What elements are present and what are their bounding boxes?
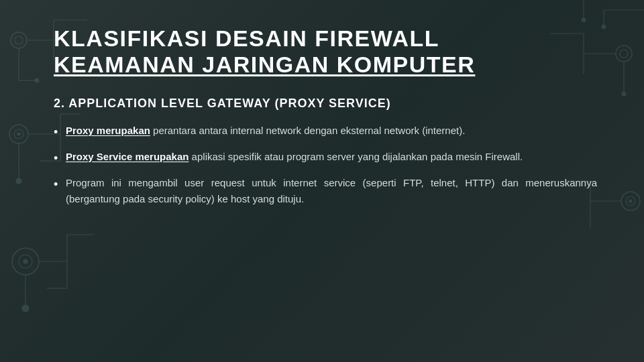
bullet2-text: aplikasi spesifik atau program server ya…: [192, 151, 523, 162]
section-number: 2.: [54, 97, 65, 110]
bullet2-bold: Proxy Service merupakan: [66, 151, 189, 162]
bullet-item-2: Proxy Service merupakan aplikasi spesifi…: [54, 149, 597, 166]
svg-point-21: [23, 259, 28, 263]
bullet-list: Proxy merupakan perantara antara interna…: [54, 123, 597, 208]
main-title: KLASIFIKASI DESAIN FIREWALL KEAMANAN JAR…: [54, 25, 597, 78]
title-line1: KLASIFIKASI DESAIN FIREWALL: [54, 25, 597, 52]
bullet-item-1: Proxy merupakan perantara antara interna…: [54, 123, 597, 139]
bullet-item-3: Program ini mengambil user request untuk…: [54, 175, 597, 208]
main-content: KLASIFIKASI DESAIN FIREWALL KEAMANAN JAR…: [0, 0, 644, 237]
section-heading: 2. APPLICATION LEVEL GATEWAY (PROXY SERV…: [54, 97, 597, 111]
section-title: APPLICATION LEVEL GATEWAY (PROXY SERVICE…: [68, 97, 390, 110]
bullet1-bold: Proxy merupakan: [66, 125, 150, 136]
bullet1-text: perantara antara internal network dengan…: [153, 125, 465, 136]
title-line2: KEAMANAN JARINGAN KOMPUTER: [54, 52, 597, 78]
svg-point-28: [22, 305, 29, 312]
bullet3-text: Program ini mengambil user request untuk…: [66, 177, 597, 205]
